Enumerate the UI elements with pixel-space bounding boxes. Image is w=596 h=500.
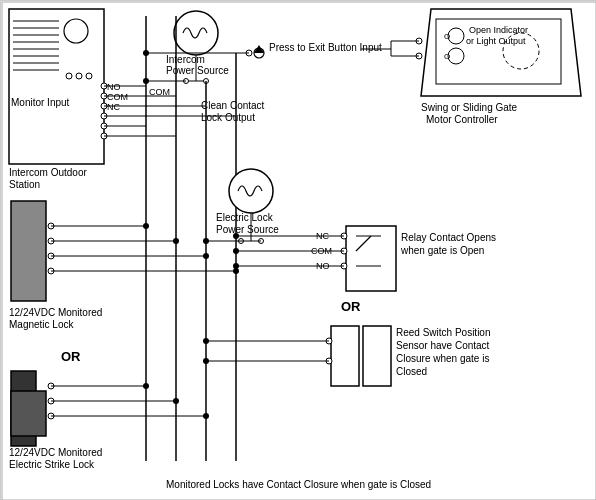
svg-text:12/24VDC Monitored: 12/24VDC Monitored xyxy=(9,447,102,458)
svg-text:Clean Contact: Clean Contact xyxy=(201,100,265,111)
svg-point-50 xyxy=(143,78,149,84)
svg-text:O: O xyxy=(444,32,450,41)
svg-point-93 xyxy=(448,28,464,44)
svg-rect-63 xyxy=(11,201,46,301)
svg-text:Intercom Outdoor: Intercom Outdoor xyxy=(9,167,87,178)
svg-text:Station: Station xyxy=(9,179,40,190)
svg-text:NO: NO xyxy=(107,82,121,92)
svg-point-88 xyxy=(173,398,179,404)
svg-text:Sensor have Contact: Sensor have Contact xyxy=(396,340,490,351)
svg-point-122 xyxy=(233,248,239,254)
svg-point-54 xyxy=(229,169,273,213)
svg-rect-1 xyxy=(9,9,104,164)
svg-point-72 xyxy=(143,223,149,229)
svg-text:Swing or Sliding Gate: Swing or Sliding Gate xyxy=(421,102,518,113)
svg-text:Intercom: Intercom xyxy=(166,54,205,65)
svg-point-87 xyxy=(143,383,149,389)
svg-rect-128 xyxy=(363,326,391,386)
svg-text:when gate is Open: when gate is Open xyxy=(400,245,484,256)
svg-point-62 xyxy=(203,238,209,244)
svg-point-10 xyxy=(64,19,88,43)
svg-text:Monitored Locks have Contact C: Monitored Locks have Contact Closure whe… xyxy=(166,479,431,490)
svg-text:Electric Strike Lock: Electric Strike Lock xyxy=(9,459,95,470)
svg-point-94 xyxy=(448,48,464,64)
svg-point-11 xyxy=(66,73,72,79)
svg-text:Open Indicator: Open Indicator xyxy=(469,25,528,35)
svg-text:Motor Controller: Motor Controller xyxy=(426,114,498,125)
svg-point-73 xyxy=(173,238,179,244)
svg-point-134 xyxy=(203,358,209,364)
svg-text:Monitor Input: Monitor Input xyxy=(11,97,70,108)
svg-point-26 xyxy=(174,11,218,55)
svg-point-12 xyxy=(76,73,82,79)
svg-text:COM: COM xyxy=(107,92,128,102)
svg-text:Reed Switch Position: Reed Switch Position xyxy=(396,327,491,338)
svg-text:OR: OR xyxy=(341,299,361,314)
svg-text:or Light Output: or Light Output xyxy=(466,36,526,46)
svg-point-13 xyxy=(86,73,92,79)
svg-point-51 xyxy=(143,50,149,56)
svg-rect-80 xyxy=(11,391,46,436)
svg-text:Relay Contact Opens: Relay Contact Opens xyxy=(401,232,496,243)
svg-point-123 xyxy=(233,263,239,269)
svg-text:Electric Lock: Electric Lock xyxy=(216,212,274,223)
svg-point-74 xyxy=(203,253,209,259)
svg-text:Press to Exit Button Input: Press to Exit Button Input xyxy=(269,42,382,53)
svg-point-133 xyxy=(203,338,209,344)
svg-text:Lock Output: Lock Output xyxy=(201,112,255,123)
wiring-diagram: Monitor Input NO COM NC Intercom Outdoor… xyxy=(0,0,596,500)
svg-text:Magnetic Lock: Magnetic Lock xyxy=(9,319,74,330)
svg-text:NC: NC xyxy=(107,102,120,112)
svg-text:COM: COM xyxy=(149,87,170,97)
svg-text:Closed: Closed xyxy=(396,366,427,377)
svg-text:OR: OR xyxy=(61,349,81,364)
svg-point-89 xyxy=(203,413,209,419)
svg-text:12/24VDC Monitored: 12/24VDC Monitored xyxy=(9,307,102,318)
svg-point-121 xyxy=(233,233,239,239)
svg-text:Closure when gate is: Closure when gate is xyxy=(396,353,489,364)
svg-text:Power Source: Power Source xyxy=(216,224,279,235)
svg-text:O: O xyxy=(444,52,450,61)
svg-rect-127 xyxy=(331,326,359,386)
